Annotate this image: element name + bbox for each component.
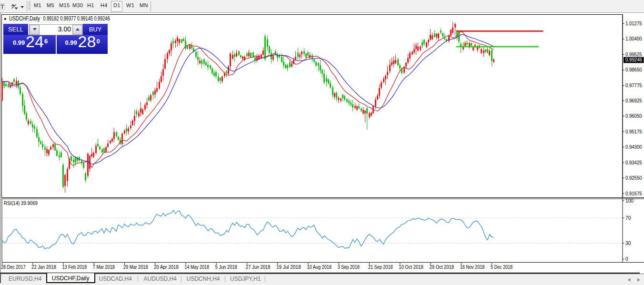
svg-text:0.97775: 0.97775 xyxy=(625,82,642,88)
svg-text:30: 30 xyxy=(625,241,631,246)
svg-text:10 Aug 2018: 10 Aug 2018 xyxy=(307,264,332,270)
svg-text:0: 0 xyxy=(625,256,628,262)
svg-text:0.96925: 0.96925 xyxy=(625,98,642,103)
svg-text:10 Oct 2018: 10 Oct 2018 xyxy=(399,264,423,270)
svg-text:5 Dec 2018: 5 Dec 2018 xyxy=(491,264,513,270)
svg-text:20 Apr 2018: 20 Apr 2018 xyxy=(154,264,179,270)
svg-text:21 Sep 2018: 21 Sep 2018 xyxy=(368,264,393,270)
svg-text:5 Jun 2018: 5 Jun 2018 xyxy=(215,264,237,270)
svg-text:0.94300: 0.94300 xyxy=(625,144,642,150)
svg-text:1.00400: 1.00400 xyxy=(625,36,642,41)
svg-text:RSI(14) 39.9069: RSI(14) 39.9069 xyxy=(4,200,38,206)
svg-text:0.99525: 0.99525 xyxy=(625,51,642,57)
svg-text:29 Mar 2018: 29 Mar 2018 xyxy=(123,264,148,270)
svg-text:0.99182 0.99377 0.99145 0.9924: 0.99182 0.99377 0.99145 0.99246 xyxy=(43,15,110,22)
svg-text:0.99246: 0.99246 xyxy=(625,57,642,62)
svg-text:13 Feb 2018: 13 Feb 2018 xyxy=(62,264,87,270)
svg-text:28 Dec 2017: 28 Dec 2017 xyxy=(1,264,26,270)
svg-text:0.98650: 0.98650 xyxy=(625,67,642,72)
svg-text:0.96050: 0.96050 xyxy=(625,113,642,119)
svg-text:22 Jan 2018: 22 Jan 2018 xyxy=(31,264,56,270)
svg-text:1.01275: 1.01275 xyxy=(625,20,642,26)
svg-text:29 Oct 2018: 29 Oct 2018 xyxy=(430,264,454,270)
svg-text:100: 100 xyxy=(625,198,634,204)
svg-text:70: 70 xyxy=(625,215,631,221)
svg-text:0.91675: 0.91675 xyxy=(625,191,642,196)
svg-text:7 Mar 2018: 7 Mar 2018 xyxy=(93,264,115,270)
svg-text:0.93425: 0.93425 xyxy=(625,160,642,165)
svg-text:27 Jun 2018: 27 Jun 2018 xyxy=(246,264,271,270)
svg-text:3 Sep 2018: 3 Sep 2018 xyxy=(338,264,360,270)
svg-text:USDCHF,Daily: USDCHF,Daily xyxy=(9,15,40,22)
svg-text:19 Jul 2018: 19 Jul 2018 xyxy=(276,264,301,270)
svg-text:0.95175: 0.95175 xyxy=(625,129,642,134)
svg-text:16 Nov 2018: 16 Nov 2018 xyxy=(460,264,485,270)
svg-text:0.92550: 0.92550 xyxy=(625,175,642,181)
svg-text:14 May 2018: 14 May 2018 xyxy=(185,264,210,270)
